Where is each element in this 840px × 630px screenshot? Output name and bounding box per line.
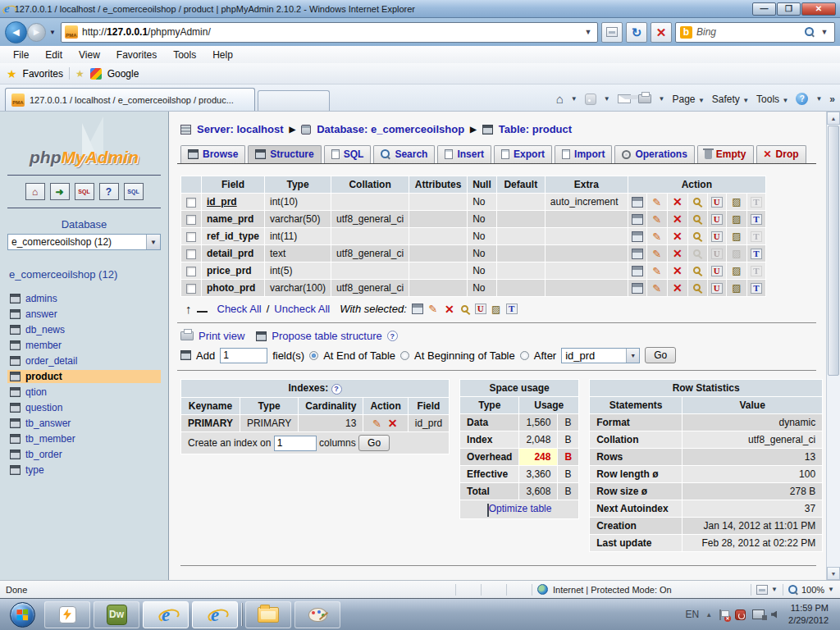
sidebar-table-type[interactable]: type <box>7 463 161 477</box>
sidebar-table-product[interactable]: product <box>7 370 161 383</box>
sql-window-icon[interactable]: SQL <box>75 183 94 200</box>
uncheck-all-link[interactable]: Uncheck All <box>274 303 330 315</box>
restore-button[interactable]: ❐ <box>777 2 801 16</box>
create-index-go-button[interactable]: Go <box>358 435 390 451</box>
breadcrumb-link[interactable]: Database: e_comerceoilshop <box>317 123 464 135</box>
check-all-link[interactable]: Check All <box>217 303 262 315</box>
drop-icon[interactable]: ✕ <box>671 282 684 294</box>
tab-drop[interactable]: ✕Drop <box>756 145 806 163</box>
database-heading[interactable]: e_comerceoilshop (12) <box>9 268 161 281</box>
tab-sql[interactable]: SQL <box>324 145 372 163</box>
fulltext-icon[interactable]: T <box>506 304 518 314</box>
favorites-label[interactable]: Favorites <box>23 68 63 80</box>
show-hidden-icons-button[interactable]: ▲ <box>705 611 712 619</box>
drop-icon[interactable]: ✕ <box>671 213 684 225</box>
breadcrumb-link[interactable]: Server: localhost <box>197 123 284 135</box>
row-checkbox[interactable] <box>186 267 196 276</box>
home-dropdown[interactable]: ▼ <box>571 95 578 103</box>
optimize-table-link[interactable]: Optimize table <box>489 503 552 514</box>
unique-icon[interactable]: U <box>475 304 486 314</box>
drop-icon[interactable]: ✕ <box>671 196 684 208</box>
fulltext-icon[interactable]: T <box>751 283 762 294</box>
page-menu[interactable]: Page ▼ <box>673 94 705 105</box>
google-bookmark[interactable]: Google <box>107 68 139 80</box>
sidebar-table-admins[interactable]: admins <box>7 292 161 305</box>
fulltext-icon[interactable]: T <box>751 214 762 225</box>
vertical-scrollbar[interactable]: ▲ ▼ <box>826 112 840 580</box>
sidebar-table-qtion[interactable]: qtion <box>7 386 161 399</box>
index-columns-input[interactable] <box>274 436 317 451</box>
unique-icon[interactable]: U <box>711 214 723 225</box>
menu-help[interactable]: Help <box>204 48 241 62</box>
taskbar-ie-1[interactable]: e <box>143 601 189 628</box>
safety-menu[interactable]: Safety ▼ <box>712 94 749 105</box>
primary-icon[interactable] <box>459 304 472 315</box>
mail-icon[interactable] <box>618 94 631 103</box>
index-icon[interactable]: ▨ <box>730 265 743 276</box>
browse-icon[interactable] <box>632 266 643 276</box>
print-view-link[interactable]: Print view <box>199 330 244 342</box>
at-end-radio[interactable] <box>309 351 318 360</box>
primary-icon[interactable] <box>692 231 704 242</box>
volume-icon[interactable] <box>771 611 777 619</box>
index-icon[interactable]: ▨ <box>490 304 503 315</box>
taskbar-dreamweaver[interactable]: Dw <box>94 601 139 628</box>
search-icon[interactable] <box>805 27 815 37</box>
taskbar-winamp[interactable] <box>44 601 90 628</box>
compatibility-view-button[interactable] <box>601 22 623 43</box>
tools-menu[interactable]: Tools ▼ <box>756 94 788 105</box>
tab-operations[interactable]: Operations <box>614 145 694 163</box>
drop-icon[interactable]: ✕ <box>671 231 684 242</box>
scrollbar-thumb[interactable] <box>828 126 839 376</box>
tab-export[interactable]: Export <box>494 145 552 163</box>
network-icon[interactable] <box>752 609 765 619</box>
browse-icon[interactable] <box>412 304 423 314</box>
notification-icon[interactable] <box>735 609 746 620</box>
row-checkbox[interactable] <box>186 215 196 225</box>
chevron-down-icon[interactable]: ▼ <box>626 349 639 363</box>
tab-structure[interactable]: Structure <box>248 145 321 163</box>
address-dropdown[interactable]: ▼ <box>582 28 594 36</box>
taskbar-explorer[interactable] <box>245 601 291 628</box>
row-checkbox[interactable] <box>186 232 196 242</box>
sidebar-table-order_detail[interactable]: order_detail <box>7 354 161 368</box>
row-checkbox[interactable] <box>186 198 196 208</box>
sidebar-table-tb_order[interactable]: tb_order <box>7 448 161 461</box>
database-select[interactable]: e_comerceoilshop (12) ▼ <box>7 234 161 250</box>
more-commands[interactable]: » <box>829 94 835 105</box>
compatibility-status[interactable]: ▼ <box>756 585 778 595</box>
breadcrumb-link[interactable]: Table: product <box>499 123 572 135</box>
scroll-down-button[interactable]: ▼ <box>827 567 840 580</box>
change-icon[interactable]: ✎ <box>427 304 440 315</box>
browse-icon[interactable] <box>632 283 643 294</box>
primary-icon[interactable] <box>692 265 704 276</box>
feeds-icon[interactable] <box>585 94 596 105</box>
sidebar-table-db_news[interactable]: db_news <box>7 323 161 336</box>
print-dropdown[interactable]: ▼ <box>659 95 665 103</box>
unique-icon[interactable]: U <box>711 283 723 294</box>
drop-icon[interactable]: ✕ <box>671 265 684 276</box>
sidebar-table-question[interactable]: question <box>7 401 161 414</box>
unique-icon[interactable]: U <box>711 266 723 276</box>
new-tab-button[interactable] <box>258 90 330 111</box>
scroll-up-button[interactable]: ▲ <box>827 112 840 125</box>
browse-icon[interactable] <box>632 231 643 242</box>
feeds-dropdown[interactable]: ▼ <box>604 95 610 103</box>
sidebar-table-answer[interactable]: answer <box>7 308 161 321</box>
documentation-icon[interactable]: ? <box>387 331 398 341</box>
change-icon[interactable]: ✎ <box>651 231 664 242</box>
address-bar[interactable]: PMA http://127.0.0.1/phpmyAdmin/ ▼ <box>61 22 598 43</box>
clock[interactable]: 11:59 PM 2/29/2012 <box>783 602 833 627</box>
change-icon[interactable]: ✎ <box>651 213 664 225</box>
browser-tab[interactable]: PMA 127.0.0.1 / localhost / e_comerceoil… <box>5 88 255 111</box>
browse-icon[interactable] <box>632 197 643 208</box>
tab-search[interactable]: Search <box>373 145 435 163</box>
search-box[interactable]: b Bing ▼ <box>675 22 835 43</box>
primary-icon[interactable] <box>692 213 704 225</box>
tab-browse[interactable]: Browse <box>180 145 245 163</box>
home-icon[interactable]: ⌂ <box>556 93 564 105</box>
favorites-star-icon[interactable]: ★ <box>7 68 17 80</box>
home-icon[interactable]: ⌂ <box>25 183 45 200</box>
primary-icon[interactable] <box>692 282 704 294</box>
drop-icon[interactable]: ✕ <box>443 304 456 315</box>
